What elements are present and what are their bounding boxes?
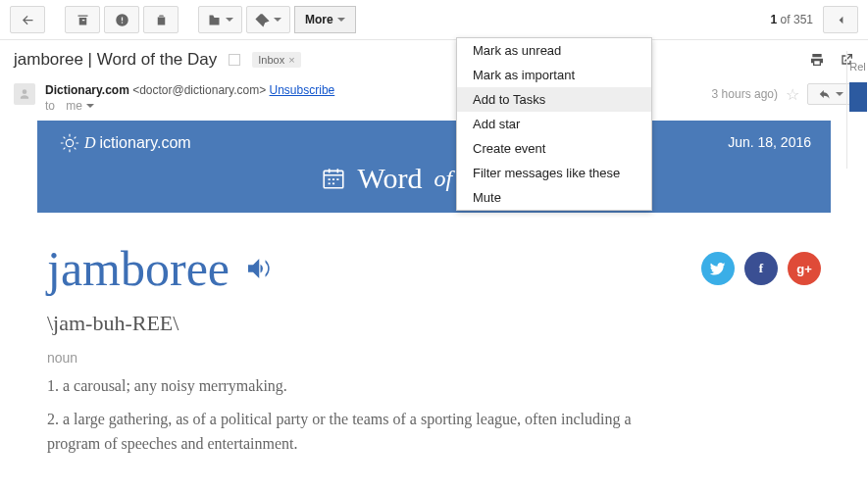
- details-toggle[interactable]: [86, 104, 94, 108]
- archive-button[interactable]: [65, 6, 100, 33]
- sender-row: Dictionary.com <doctor@dictionary.com> U…: [0, 79, 868, 121]
- labels-button[interactable]: [246, 6, 290, 33]
- sender-email: <doctor@dictionary.com>: [132, 83, 266, 97]
- menu-filter-like[interactable]: Filter messages like these: [457, 161, 651, 185]
- prev-button[interactable]: [823, 6, 858, 33]
- importance-marker[interactable]: [229, 54, 240, 66]
- wotd-banner: Dictionary.com Jun. 18, 2016 Wordof theD…: [37, 121, 831, 213]
- avatar: [14, 83, 35, 105]
- facebook-button[interactable]: f: [744, 252, 778, 285]
- chevron-down-icon: [226, 18, 233, 22]
- menu-mute[interactable]: Mute: [457, 185, 651, 210]
- headword: jamboree: [47, 240, 273, 297]
- menu-add-to-tasks[interactable]: Add to Tasks: [457, 87, 651, 112]
- pager-current: 1: [771, 13, 778, 26]
- spam-button[interactable]: [104, 6, 139, 33]
- unsubscribe-link[interactable]: Unsubscribe: [270, 83, 335, 97]
- part-of-speech: noun: [47, 350, 821, 366]
- banner-title: Wordof theDay: [59, 162, 809, 195]
- remove-label-icon[interactable]: ×: [288, 54, 294, 66]
- social-share: f g+: [701, 252, 821, 285]
- menu-mark-important[interactable]: Mark as important: [457, 63, 651, 87]
- chevron-down-icon: [337, 18, 345, 22]
- inbox-label-text: Inbox: [258, 54, 284, 66]
- chevron-down-icon: [274, 18, 281, 22]
- timestamp: 3 hours ago): [712, 87, 778, 101]
- banner-date: Jun. 18, 2016: [728, 134, 811, 150]
- calendar-icon: [321, 166, 346, 191]
- menu-mark-unread[interactable]: Mark as unread: [457, 38, 651, 63]
- definition-1: 1. a carousal; any noisy merrymaking.: [47, 373, 675, 399]
- pager: 1 of 351: [771, 6, 858, 33]
- email-subject: jamboree | Word of the Day: [14, 50, 217, 70]
- side-panel: Rel: [846, 51, 868, 169]
- subject-row: jamboree | Word of the Day Inbox×: [0, 40, 868, 79]
- brand-icon: [59, 132, 80, 154]
- word-section: jamboree f g+ \jam-buh-REE\ noun 1. a ca…: [37, 213, 831, 457]
- delete-button[interactable]: [143, 6, 179, 33]
- sender-line: Dictionary.com <doctor@dictionary.com> U…: [45, 83, 334, 97]
- inbox-label-chip[interactable]: Inbox×: [252, 52, 300, 68]
- side-label: Rel: [849, 61, 866, 73]
- svg-point-0: [66, 139, 73, 146]
- pager-total: 351: [793, 13, 813, 26]
- print-icon[interactable]: [809, 52, 825, 68]
- menu-create-event[interactable]: Create event: [457, 136, 651, 161]
- star-icon[interactable]: ☆: [786, 85, 799, 104]
- twitter-button[interactable]: [701, 252, 735, 285]
- more-label: More: [305, 13, 333, 26]
- email-body: Dictionary.com Jun. 18, 2016 Wordof theD…: [0, 121, 868, 457]
- sender-name: Dictionary.com: [45, 83, 129, 97]
- audio-icon[interactable]: [243, 254, 273, 283]
- side-logo: [849, 82, 867, 112]
- googleplus-button[interactable]: g+: [788, 252, 821, 285]
- chevron-down-icon: [836, 92, 843, 96]
- menu-add-star[interactable]: Add star: [457, 112, 651, 136]
- definition-2: 2. a large gathering, as of a political …: [47, 407, 675, 457]
- back-button[interactable]: [10, 6, 45, 33]
- pronunciation: \jam-buh-REE\: [47, 311, 821, 336]
- brand-logo: Dictionary.com: [59, 132, 809, 154]
- recipient-line: to me: [45, 99, 334, 113]
- move-to-button[interactable]: [198, 6, 242, 33]
- toolbar: More 1 of 351: [0, 0, 868, 40]
- pager-of: of: [781, 13, 791, 26]
- more-dropdown: Mark as unread Mark as important Add to …: [456, 37, 652, 211]
- more-button[interactable]: More: [294, 6, 356, 33]
